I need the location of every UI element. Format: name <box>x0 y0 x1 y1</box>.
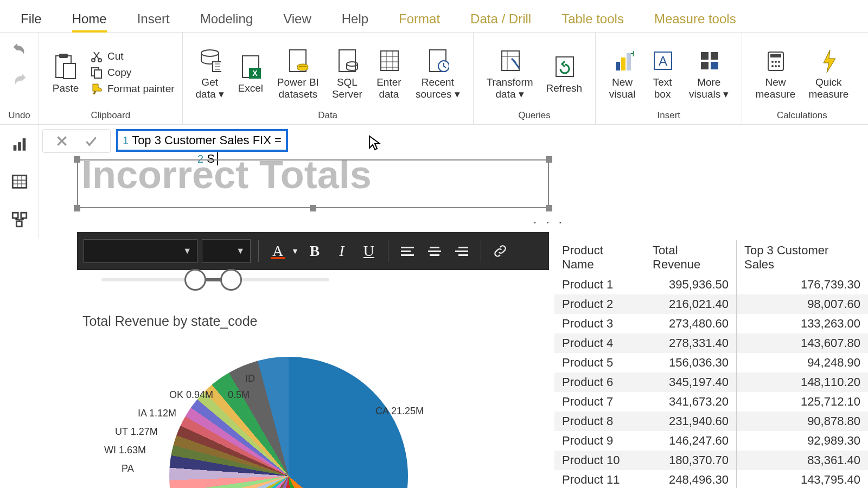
menu-view[interactable]: View <box>268 7 327 32</box>
refresh-button[interactable]: Refresh <box>541 49 588 97</box>
resize-handle[interactable] <box>74 205 80 211</box>
table-row[interactable]: Product 8231,940.6090,878.80 <box>554 412 868 431</box>
svg-point-14 <box>297 66 308 70</box>
excel-button[interactable]: XExcel <box>232 49 270 97</box>
text-box-button[interactable]: AText box <box>643 43 681 102</box>
visual-more-options-icon[interactable]: · · · <box>533 213 565 230</box>
svg-rect-23 <box>621 57 626 70</box>
svg-point-34 <box>771 61 774 63</box>
report-view-icon[interactable] <box>0 125 39 163</box>
table-row[interactable]: Product 11248,496.30143,795.40 <box>554 470 868 488</box>
menu-help[interactable]: Help <box>327 7 384 32</box>
pie-graphic <box>169 357 408 488</box>
table-row[interactable]: Product 3273,480.60133,263.00 <box>554 314 868 333</box>
redo-button[interactable] <box>7 67 32 92</box>
table-row[interactable]: Product 7341,673.20125,712.10 <box>554 392 868 412</box>
get-data-button[interactable]: Get data ▾ <box>190 43 229 102</box>
cell-top3: 90,878.80 <box>737 412 868 431</box>
menu-home[interactable]: Home <box>57 7 122 32</box>
font-size-select[interactable]: ▼ <box>202 239 251 263</box>
ribbon-group-calculations: New measure Quick measure Calculations <box>742 33 861 124</box>
new-measure-button[interactable]: New measure <box>750 43 801 102</box>
col-top3-sales[interactable]: Top 3 Customer Sales <box>737 240 868 275</box>
cell-product: Product 2 <box>554 294 645 314</box>
col-product-name[interactable]: Product Name <box>554 240 645 275</box>
pie-chart[interactable] <box>169 357 408 488</box>
svg-rect-22 <box>616 62 620 70</box>
ribbon-group-data: Get data ▾ XExcel Power BI datasets SQL … <box>183 33 474 124</box>
menu-format[interactable]: Format <box>384 7 455 32</box>
paste-button[interactable]: Paste <box>47 49 85 97</box>
table-row[interactable]: Product 10180,370.7083,361.40 <box>554 451 868 470</box>
table-row[interactable]: Product 6345,197.40148,110.20 <box>554 373 868 392</box>
svg-point-38 <box>775 65 777 67</box>
align-right-button[interactable] <box>450 240 473 262</box>
ribbon-group-insert: +New visual AText box More visuals ▾ Ins… <box>596 33 742 124</box>
enter-data-button[interactable]: Enter data <box>370 43 408 102</box>
table-header-row: Product Name Total Revenue Top 3 Custome… <box>554 240 868 275</box>
svg-rect-46 <box>16 221 22 227</box>
cell-product: Product 5 <box>554 353 645 373</box>
resize-handle[interactable] <box>74 156 80 163</box>
ribbon-group-undo: Undo <box>0 33 39 124</box>
svg-rect-40 <box>13 145 16 151</box>
quick-measure-button[interactable]: Quick measure <box>803 43 854 102</box>
data-view-icon[interactable] <box>0 163 39 201</box>
cell-revenue: 278,331.40 <box>645 333 736 353</box>
pie-label-ia: IA 1.12M <box>138 408 176 419</box>
menu-modeling[interactable]: Modeling <box>185 7 268 32</box>
menu-data-drill[interactable]: Data / Drill <box>455 7 546 32</box>
cell-revenue: 341,673.20 <box>645 392 736 412</box>
font-color-button[interactable]: A <box>266 240 289 262</box>
more-visuals-button[interactable]: More visuals ▾ <box>684 43 734 102</box>
model-view-icon[interactable] <box>0 201 39 239</box>
align-center-button[interactable] <box>423 240 446 262</box>
cell-product: Product 7 <box>554 392 645 412</box>
pie-label-ok: OK 0.94M <box>169 389 213 401</box>
slicer-thumb-left[interactable] <box>184 269 206 291</box>
cell-product: Product 9 <box>554 431 645 451</box>
hyperlink-button[interactable] <box>489 240 512 262</box>
sql-server-button[interactable]: SQL Server <box>327 43 368 102</box>
table-row[interactable]: Product 4278,331.40143,607.80 <box>554 333 868 353</box>
resize-handle[interactable] <box>546 205 552 211</box>
menu-measure-tools[interactable]: Measure tools <box>639 7 751 32</box>
chevron-down-icon[interactable]: ▼ <box>291 247 299 255</box>
format-painter-button[interactable]: Format painter <box>90 82 175 95</box>
cell-product: Product 3 <box>554 314 645 333</box>
table-row[interactable]: Product 9146,247.6092,989.30 <box>554 431 868 451</box>
underline-button[interactable]: U <box>358 240 380 262</box>
svg-rect-29 <box>711 52 718 60</box>
resize-handle[interactable] <box>310 205 316 211</box>
menu-file[interactable]: File <box>5 7 57 32</box>
powerbi-datasets-button[interactable]: Power BI datasets <box>272 43 324 102</box>
new-visual-button[interactable]: +New visual <box>603 43 641 102</box>
menu-insert[interactable]: Insert <box>122 7 185 32</box>
menu-table-tools[interactable]: Table tools <box>546 7 639 32</box>
pie-label-ca: CA 21.25M <box>375 406 424 417</box>
table-row[interactable]: Product 2216,021.4098,007.60 <box>554 294 868 314</box>
table-row[interactable]: Product 1395,936.50176,739.30 <box>554 275 868 294</box>
svg-rect-28 <box>701 52 709 60</box>
transform-data-button[interactable]: Transform data ▾ <box>481 43 539 102</box>
pie-label-pa: PA <box>122 463 134 474</box>
divider <box>258 240 259 262</box>
bold-button[interactable]: B <box>303 240 326 262</box>
resize-handle[interactable] <box>546 156 552 163</box>
cell-product: Product 6 <box>554 373 645 392</box>
title-text-box[interactable]: Incorrect Totals <box>77 159 549 208</box>
cut-button[interactable]: Cut <box>90 50 175 63</box>
font-family-select[interactable]: ▼ <box>84 239 197 263</box>
table-row[interactable]: Product 5156,036.3094,248.90 <box>554 353 868 373</box>
product-revenue-table[interactable]: Product Name Total Revenue Top 3 Custome… <box>554 240 868 488</box>
cell-revenue: 273,480.60 <box>645 314 736 333</box>
cell-top3: 125,712.10 <box>737 392 868 412</box>
copy-button[interactable]: Copy <box>90 66 175 79</box>
text-format-toolbar: ▼ ▼ A▼ B I U <box>77 232 549 270</box>
italic-button[interactable]: I <box>330 240 353 262</box>
undo-button[interactable] <box>7 37 32 62</box>
align-left-button[interactable] <box>396 240 419 262</box>
recent-sources-button[interactable]: Recent sources ▾ <box>410 43 465 102</box>
slicer-thumb-right[interactable] <box>220 269 242 291</box>
col-total-revenue[interactable]: Total Revenue <box>645 240 736 275</box>
